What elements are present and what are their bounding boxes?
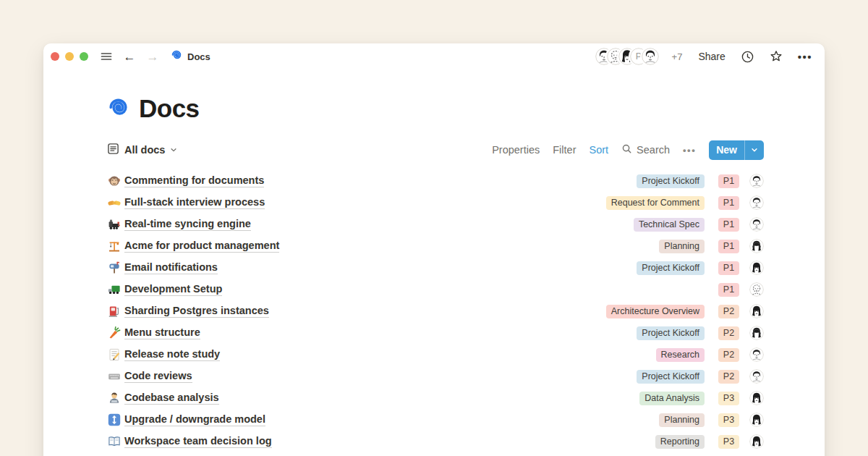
- doc-tag-badge[interactable]: Project Kickoff: [637, 370, 705, 384]
- page-header: Docs: [107, 94, 764, 123]
- assignee-avatar[interactable]: [749, 239, 764, 253]
- doc-tag-badge[interactable]: Technical Spec: [634, 218, 705, 232]
- titlebar-doc-title: Docs: [187, 51, 210, 62]
- zoom-window-button[interactable]: [80, 52, 88, 61]
- doc-row[interactable]: Workspace team decision logReportingP3: [107, 431, 764, 452]
- doc-tag-badge[interactable]: Data Analysis: [639, 392, 705, 405]
- doc-title[interactable]: Acme for product management: [124, 240, 279, 253]
- truck-icon: [107, 283, 121, 297]
- sidebar-menu-icon[interactable]: [98, 48, 114, 64]
- doc-title[interactable]: Codebase analysis: [124, 392, 219, 405]
- assignee-avatar[interactable]: [749, 347, 764, 362]
- breadcrumb[interactable]: Docs: [171, 49, 210, 64]
- view-more-options-icon[interactable]: •••: [683, 145, 696, 156]
- doc-title[interactable]: Sharding Postgres instances: [124, 305, 269, 318]
- new-button-chevron-icon[interactable]: [745, 140, 764, 160]
- main-content: Docs All docs Properties Filter Sort: [43, 69, 825, 456]
- back-arrow-icon[interactable]: ←: [122, 48, 137, 64]
- avatar-stack[interactable]: P: [595, 48, 659, 65]
- priority-badge[interactable]: P2: [718, 370, 739, 384]
- doc-title[interactable]: Development Setup: [124, 283, 222, 296]
- assignee-avatar[interactable]: [749, 434, 764, 449]
- doc-list-icon: [107, 143, 119, 158]
- doc-tag-badge[interactable]: Project Kickoff: [637, 261, 705, 275]
- doc-tag-badge[interactable]: Planning: [659, 240, 705, 253]
- close-window-button[interactable]: [51, 52, 59, 61]
- doc-tag-badge[interactable]: Reporting: [655, 435, 705, 449]
- new-button[interactable]: New: [709, 140, 764, 160]
- doc-row[interactable]: Menu structureProject KickoffP2: [107, 322, 764, 344]
- doc-row[interactable]: Codebase analysisData AnalysisP3: [107, 387, 764, 409]
- doc-tag-badge[interactable]: Request for Comment: [606, 196, 705, 210]
- assignee-avatar[interactable]: [749, 217, 764, 232]
- more-options-icon[interactable]: •••: [798, 51, 812, 63]
- priority-badge[interactable]: P3: [718, 435, 739, 449]
- search-button[interactable]: Search: [621, 143, 670, 157]
- view-switcher[interactable]: All docs: [107, 143, 177, 158]
- page-title: Docs: [139, 94, 200, 123]
- forward-arrow-icon[interactable]: →: [145, 48, 161, 64]
- doc-title[interactable]: Workspace team decision log: [124, 435, 272, 448]
- doc-title[interactable]: Full-stack interview process: [124, 196, 265, 209]
- share-button[interactable]: Share: [698, 51, 725, 62]
- doc-title[interactable]: Commenting for documents: [124, 174, 264, 187]
- assignee-avatar[interactable]: [749, 304, 764, 318]
- assignee-avatar[interactable]: [749, 326, 764, 340]
- sort-button[interactable]: Sort: [590, 144, 609, 156]
- doc-tag-badge[interactable]: Project Kickoff: [637, 174, 705, 188]
- priority-badge[interactable]: P2: [718, 348, 739, 362]
- doc-title[interactable]: Email notifications: [124, 261, 218, 274]
- doc-tag-badge[interactable]: Research: [656, 348, 705, 362]
- doc-tag-badge[interactable]: Architecture Overview: [606, 305, 705, 318]
- doc-row[interactable]: Release note studyResearchP2: [107, 344, 764, 366]
- priority-badge[interactable]: P1: [718, 196, 739, 210]
- doc-list: Commenting for documentsProject KickoffP…: [107, 170, 764, 456]
- doc-row[interactable]: Performance review feedbackResearchP3: [107, 452, 764, 456]
- doc-row[interactable]: Commenting for documentsProject KickoffP…: [107, 170, 764, 192]
- assignee-avatar[interactable]: [749, 369, 764, 384]
- properties-button[interactable]: Properties: [492, 144, 540, 156]
- doc-title[interactable]: Real-time syncing engine: [124, 218, 251, 231]
- doc-tag-badge[interactable]: Planning: [659, 413, 705, 427]
- priority-badge[interactable]: P1: [718, 240, 739, 253]
- minimize-window-button[interactable]: [65, 52, 74, 61]
- mailbox-icon: [107, 261, 121, 275]
- filter-button[interactable]: Filter: [553, 144, 576, 156]
- priority-badge[interactable]: P1: [718, 283, 739, 297]
- assignee-avatar[interactable]: [749, 174, 764, 188]
- doc-row[interactable]: Email notificationsProject KickoffP1: [107, 257, 764, 279]
- priority-badge[interactable]: P2: [718, 305, 739, 318]
- doc-row[interactable]: Full-stack interview processRequest for …: [107, 192, 764, 214]
- search-label: Search: [637, 144, 670, 156]
- priority-badge[interactable]: P3: [718, 413, 739, 427]
- assignee-avatar[interactable]: [749, 282, 764, 297]
- doc-title[interactable]: Upgrade / downgrade model: [124, 413, 265, 426]
- priority-badge[interactable]: P3: [718, 392, 739, 405]
- doc-title[interactable]: Menu structure: [124, 326, 200, 339]
- new-button-label: New: [709, 140, 744, 160]
- priority-badge[interactable]: P2: [718, 326, 739, 340]
- assignee-avatar[interactable]: [749, 413, 764, 427]
- doc-title[interactable]: Code reviews: [124, 370, 192, 383]
- monkey-face-icon: [107, 174, 121, 188]
- view-switcher-label: All docs: [124, 144, 165, 156]
- history-clock-icon[interactable]: [741, 50, 754, 64]
- doc-row[interactable]: Real-time syncing engineTechnical SpecP1: [107, 214, 764, 235]
- doc-row[interactable]: Acme for product managementPlanningP1: [107, 235, 764, 257]
- search-icon: [621, 143, 632, 157]
- titlebar-avatar-man[interactable]: [642, 48, 659, 65]
- priority-badge[interactable]: P1: [718, 174, 739, 188]
- doc-row[interactable]: Code reviewsProject KickoffP2: [107, 366, 764, 387]
- avatar-overflow-count[interactable]: +7: [672, 51, 683, 62]
- favorite-star-icon[interactable]: [769, 49, 783, 64]
- assignee-avatar[interactable]: [749, 195, 764, 210]
- doc-tag-badge[interactable]: Project Kickoff: [637, 326, 705, 340]
- doc-title[interactable]: Release note study: [124, 348, 220, 361]
- assignee-avatar[interactable]: [749, 261, 764, 275]
- priority-badge[interactable]: P1: [718, 261, 739, 275]
- doc-row[interactable]: Upgrade / downgrade modelPlanningP3: [107, 409, 764, 431]
- doc-row[interactable]: Sharding Postgres instancesArchitecture …: [107, 300, 764, 322]
- assignee-avatar[interactable]: [749, 391, 764, 405]
- doc-row[interactable]: Development SetupP1: [107, 279, 764, 300]
- priority-badge[interactable]: P1: [718, 218, 739, 232]
